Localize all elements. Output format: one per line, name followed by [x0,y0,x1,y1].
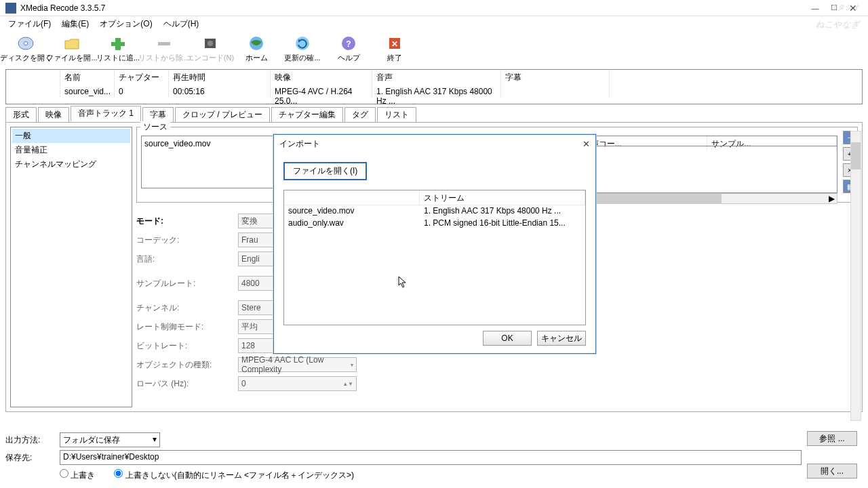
cancel-button[interactable]: キャンセル [537,331,586,346]
toolbar-icon [155,35,174,52]
side-item[interactable]: 音量補正 [12,143,130,157]
output-method-select[interactable]: フォルダに保存▾ [60,432,160,447]
svg-text:?: ? [346,39,351,49]
menu-item[interactable]: ヘルプ(H) [158,17,205,31]
source-group-label: ソース [140,121,170,133]
window-title: XMedia Recode 3.3.5.7 [20,3,806,13]
app-icon [5,3,16,14]
field-label: オブジェクトの種類: [136,359,238,371]
svg-rect-3 [111,42,125,46]
svg-rect-4 [158,42,170,45]
menu-bar: ファイル(F)編集(E)オプション(O)ヘルプ(H) [0,16,868,31]
column-header[interactable]: 音声 [372,70,501,85]
toolbar-icon [201,35,220,52]
svg-point-1 [24,41,28,45]
column-header[interactable]: 映像 [271,70,372,85]
tab[interactable]: チャプター編集 [271,107,343,122]
overwrite-radio[interactable]: 上書き [60,469,95,481]
toolbar: ディスクを開くファイルを開...リストに追...リストから除...エンコード(N… [0,31,868,66]
import-dialog: インポート ✕ ファイルを開く(I) ストリーム source_video.mo… [273,134,596,354]
import-file-list[interactable]: ストリーム source_video.mov1. English AAC 317… [283,190,586,325]
stream-column-header: ストリーム [420,190,585,205]
toolbar-button[interactable]: リストに追... [95,33,141,65]
dialog-close-button[interactable]: ✕ [583,139,590,149]
toolbar-button[interactable]: ホーム [233,33,279,65]
column-header[interactable]: 字幕 [501,70,610,85]
tab[interactable]: リスト [377,107,416,122]
column-header[interactable]: 再生時間 [169,70,271,85]
column-header[interactable] [6,70,60,85]
toolbar-icon [247,35,266,52]
import-row[interactable]: audio_only.wav1. PCM signed 16-bit Littl… [284,218,585,230]
import-row[interactable]: source_video.mov1. English AAC 317 Kbps … [284,205,585,218]
cell[interactable]: 00:05:16 [169,85,271,98]
output-dest-input[interactable]: D:¥Users¥trainer¥Desktop [60,450,802,465]
ok-button[interactable]: OK [483,331,532,346]
side-item[interactable]: 一般 [12,129,130,143]
tab[interactable]: 音声トラック 1 [71,106,141,122]
field-label: ローパス (Hz): [136,378,238,390]
toolbar-button[interactable]: 更新の確... [279,33,326,65]
menu-item[interactable]: ファイル(F) [3,17,56,31]
toolbar-icon [293,35,312,52]
output-method-label: 出力方法: [5,434,56,446]
column-header[interactable]: 名前 [60,70,115,85]
toolbar-button: エンコード(N) [187,33,233,65]
tab[interactable]: タグ [344,107,376,122]
output-panel: 出力方法: フォルダに保存▾ 保存先: D:¥Users¥trainer¥Des… [5,431,863,488]
cell[interactable]: source_vid... [60,85,115,98]
title-bar: XMedia Recode 3.3.5.7 — ☐ ✕ [0,0,868,16]
field-select[interactable]: MPEG-4 AAC LC (Low Complexity▾ [238,357,357,372]
field-label: コーデック: [136,235,238,246]
cell[interactable]: MPEG-4 AVC / H.264 25.0... [271,85,372,98]
cell[interactable] [501,85,610,98]
side-list[interactable]: 一般音量補正チャンネルマッピング [10,127,132,407]
tab-bar: 形式映像音声トラック 1字幕クロップ / プレビューチャプター編集タグリスト [5,108,863,122]
watermark: スタジオ ねこやなぎ [816,3,860,31]
tab[interactable]: 映像 [38,107,69,122]
field-label: チャンネル: [136,302,238,314]
dialog-title: インポート [279,138,320,150]
file-list: 名前チャプター再生時間映像音声字幕 source_vid...000:05:16… [5,69,863,104]
tab[interactable]: クロップ / プレビュー [175,107,270,122]
menu-item[interactable]: 編集(E) [56,17,94,31]
field-label: レート制御モード: [136,321,238,333]
field-label: ビットレート: [136,340,238,352]
menu-item[interactable]: オプション(O) [94,17,157,31]
toolbar-button[interactable]: ディスクを開く [3,33,49,65]
output-dest-label: 保存先: [5,452,56,464]
side-item[interactable]: チャンネルマッピング [12,157,130,171]
toolbar-icon: ✕ [385,35,404,52]
cell[interactable] [6,85,60,98]
column-header[interactable]: チャプター [115,70,169,85]
toolbar-icon [16,35,35,52]
field-label: モード: [136,216,238,227]
toolbar-button: リストから除... [141,33,187,65]
field-label: 言語: [136,253,238,265]
toolbar-icon [108,35,127,52]
scrollbar-vertical[interactable] [850,131,861,421]
open-button[interactable]: 開く... [807,464,857,479]
toolbar-icon: ? [339,35,358,52]
toolbar-button[interactable]: ?ヘルプ [326,33,372,65]
open-file-button[interactable]: ファイルを開く(I) [283,162,367,180]
tab[interactable]: 字幕 [142,107,174,122]
browse-button[interactable]: 参照 ... [807,431,857,446]
toolbar-icon [62,35,81,52]
svg-point-6 [208,41,213,46]
field-select[interactable]: 0▲▼ [238,376,357,391]
cell[interactable]: 1. English AAC 317 Kbps 48000 Hz ... [372,85,501,98]
field-label: サンプルレート: [136,278,238,289]
no-overwrite-radio[interactable]: 上書きしない(自動的にリネーム <ファイル名＋インデックス>) [114,469,354,481]
cell[interactable]: 0 [115,85,169,98]
svg-text:✕: ✕ [391,39,398,49]
toolbar-button[interactable]: ファイルを開... [49,33,95,65]
toolbar-button[interactable]: ✕終了 [372,33,418,65]
tab[interactable]: 形式 [5,107,37,122]
